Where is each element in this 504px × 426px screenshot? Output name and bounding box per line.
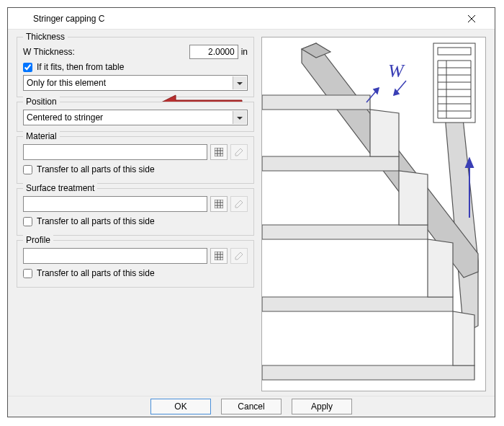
svg-marker-26 — [262, 225, 428, 239]
grid-icon — [215, 200, 223, 208]
position-value: Centered to stringer — [27, 112, 103, 123]
profile-transfer-checkbox[interactable] — [23, 269, 32, 278]
pencil-icon — [235, 200, 243, 208]
material-transfer-checkbox[interactable] — [23, 165, 32, 174]
svg-marker-20 — [235, 252, 243, 259]
titlebar: Stringer capping C — [8, 8, 495, 30]
profile-transfer-label: Transfer to all parts of this side — [37, 268, 155, 278]
thickness-scope-select[interactable]: Only for this element — [23, 75, 248, 91]
left-column: Thickness W Thickness: in If it fits, th… — [17, 37, 254, 391]
svg-marker-8 — [235, 148, 243, 156]
apply-button[interactable]: Apply — [292, 399, 352, 414]
surface-transfer-checkbox[interactable] — [23, 217, 32, 226]
thickness-group: Thickness W Thickness: in If it fits, th… — [17, 37, 254, 97]
w-thickness-unit: in — [241, 47, 248, 57]
window-title: Stringer capping C — [33, 14, 104, 24]
profile-group: Profile — [17, 240, 254, 288]
surface-browse-button[interactable] — [210, 196, 228, 212]
svg-rect-3 — [215, 148, 223, 156]
material-input[interactable] — [23, 144, 207, 160]
profile-edit-button[interactable] — [230, 248, 248, 264]
position-select[interactable]: Centered to stringer — [23, 110, 248, 125]
close-icon — [468, 15, 475, 22]
svg-marker-31 — [428, 239, 453, 297]
profile-browse-button[interactable] — [210, 248, 228, 264]
grid-icon — [215, 148, 223, 156]
fit-from-table-label: If it fits, then from table — [37, 62, 124, 72]
svg-rect-9 — [215, 200, 223, 208]
surface-transfer-label: Transfer to all parts of this side — [37, 216, 155, 226]
ok-button[interactable]: OK — [150, 399, 211, 414]
position-group: Position Centered to stringer — [17, 102, 254, 132]
fit-from-table-checkbox[interactable] — [23, 63, 32, 72]
cancel-button[interactable]: Cancel — [221, 399, 282, 414]
surface-group: Surface treatment — [17, 188, 254, 236]
content-area: Thickness W Thickness: in If it fits, th… — [8, 30, 495, 396]
svg-marker-14 — [235, 200, 243, 208]
material-group: Material — [17, 136, 254, 184]
material-browse-button[interactable] — [210, 144, 228, 160]
svg-rect-15 — [215, 252, 223, 260]
svg-marker-28 — [262, 365, 474, 380]
svg-marker-25 — [262, 156, 399, 171]
close-button[interactable] — [456, 8, 487, 30]
surface-legend: Surface treatment — [23, 183, 97, 193]
thickness-legend: Thickness — [23, 32, 68, 42]
chevron-down-icon — [237, 82, 243, 85]
profile-legend: Profile — [23, 235, 53, 245]
svg-marker-29 — [370, 110, 399, 156]
profile-input[interactable] — [23, 248, 207, 264]
material-transfer-label: Transfer to all parts of this side — [37, 164, 155, 174]
thickness-scope-value: Only for this element — [27, 78, 106, 88]
chevron-down-icon — [237, 117, 243, 120]
button-bar: OK Cancel Apply — [8, 396, 495, 417]
svg-marker-30 — [399, 171, 428, 225]
surface-edit-button[interactable] — [230, 196, 248, 212]
surface-input[interactable] — [23, 196, 207, 212]
w-thickness-label: W Thickness: — [23, 47, 131, 57]
right-column: W — [261, 37, 486, 391]
material-edit-button[interactable] — [230, 144, 248, 160]
grid-icon — [215, 252, 223, 260]
w-thickness-input[interactable] — [189, 45, 238, 59]
position-legend: Position — [23, 97, 60, 107]
svg-marker-24 — [262, 95, 370, 110]
pencil-icon — [235, 252, 243, 260]
dialog-window: Stringer capping C Thickness W Thickness… — [7, 7, 495, 417]
pencil-icon — [235, 148, 243, 156]
preview-pane: W — [261, 37, 486, 391]
preview-illustration: W — [262, 37, 485, 391]
svg-marker-27 — [262, 297, 453, 311]
dimension-w-label: W — [388, 61, 405, 81]
material-legend: Material — [23, 131, 60, 141]
svg-marker-32 — [453, 311, 474, 365]
